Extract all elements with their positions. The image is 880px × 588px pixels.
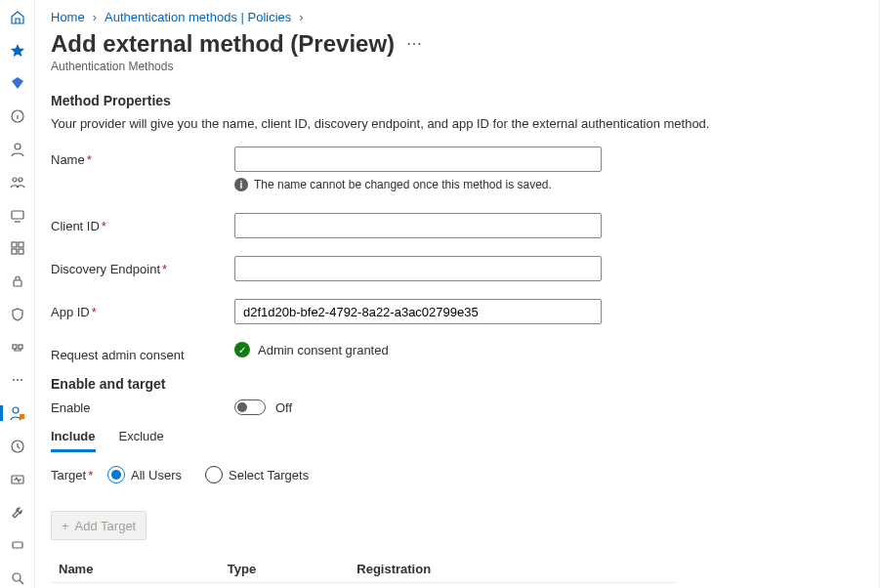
nav-home-icon[interactable]: [0, 8, 35, 27]
svg-point-20: [13, 573, 21, 581]
svg-point-3: [19, 178, 22, 182]
app-id-input[interactable]: [234, 299, 602, 324]
svg-point-13: [17, 379, 19, 381]
targets-table: Name Type Registration All Users Group O…: [51, 556, 676, 588]
more-actions-icon[interactable]: ⋯: [406, 34, 422, 53]
enable-state-text: Off: [275, 400, 292, 415]
cell-name: All Users: [51, 583, 220, 589]
nav-shield-icon[interactable]: [0, 305, 35, 324]
svg-rect-19: [13, 542, 22, 548]
nav-favorites-icon[interactable]: [0, 41, 35, 61]
radio-select-targets[interactable]: Select Targets: [205, 466, 309, 483]
consent-label: Request admin consent: [51, 342, 234, 362]
svg-rect-11: [19, 345, 22, 349]
chevron-right-icon: ›: [299, 10, 303, 24]
breadcrumb-home[interactable]: Home: [51, 10, 85, 24]
consent-status-text: Admin consent granted: [258, 343, 389, 357]
svg-rect-7: [12, 249, 17, 254]
svg-rect-8: [19, 249, 23, 254]
target-label: Target*: [51, 468, 107, 483]
main-content: Home › Authentication methods | Policies…: [35, 0, 879, 588]
svg-point-1: [15, 144, 21, 149]
cell-type: Group: [220, 583, 349, 589]
nav-search-icon[interactable]: [0, 568, 35, 588]
nav-users-icon[interactable]: [0, 173, 35, 192]
svg-rect-5: [12, 242, 17, 247]
nav-apps-icon[interactable]: [0, 238, 35, 258]
app-id-label: App ID*: [51, 299, 234, 319]
nav-user-auth-icon[interactable]: [0, 403, 35, 423]
svg-rect-6: [19, 242, 23, 247]
plus-icon: +: [62, 519, 69, 533]
check-icon: ✓: [234, 342, 250, 357]
table-row: All Users Group Optional ▾: [51, 583, 676, 589]
nav-user-icon[interactable]: [0, 140, 35, 159]
nav-docs-icon[interactable]: [0, 536, 35, 556]
page-subtitle: Authentication Methods: [51, 60, 856, 73]
enable-label: Enable: [51, 400, 234, 415]
svg-point-2: [13, 178, 17, 182]
left-nav-rail: [0, 0, 35, 588]
nav-health-icon[interactable]: [0, 470, 35, 489]
target-tabs: Include Exclude: [51, 425, 856, 452]
radio-all-users[interactable]: All Users: [107, 466, 182, 483]
svg-rect-4: [12, 211, 23, 219]
method-properties-intro: Your provider will give you the name, cl…: [51, 116, 856, 131]
nav-info-icon[interactable]: [0, 106, 35, 126]
enable-target-heading: Enable and target: [51, 376, 856, 392]
th-name: Name: [51, 556, 220, 583]
name-hint-text: The name cannot be changed once this met…: [254, 178, 552, 191]
breadcrumb: Home › Authentication methods | Policies…: [51, 10, 856, 24]
enable-toggle[interactable]: [234, 399, 266, 415]
method-properties-heading: Method Properties: [51, 93, 856, 108]
tab-include[interactable]: Include: [51, 425, 96, 452]
nav-diamond-icon[interactable]: [0, 74, 35, 94]
nav-device-icon[interactable]: [0, 206, 35, 226]
nav-lock-icon[interactable]: [0, 272, 35, 291]
client-id-label: Client ID*: [51, 213, 234, 233]
nav-more-icon[interactable]: [0, 371, 35, 391]
svg-point-12: [13, 379, 15, 381]
name-input[interactable]: [234, 147, 602, 172]
tab-exclude[interactable]: Exclude: [119, 425, 164, 452]
nav-clock-icon[interactable]: [0, 437, 35, 456]
svg-rect-16: [20, 414, 24, 419]
th-type: Type: [220, 556, 349, 583]
svg-rect-10: [13, 345, 17, 349]
page-title: Add external method (Preview): [51, 30, 395, 58]
nav-org-icon[interactable]: [0, 338, 35, 357]
client-id-input[interactable]: [234, 213, 602, 238]
discovery-input[interactable]: [234, 256, 602, 281]
nav-wrench-icon[interactable]: [0, 503, 35, 523]
breadcrumb-policies[interactable]: Authentication methods | Policies: [105, 10, 291, 24]
add-target-button: + Add Target: [51, 511, 147, 540]
svg-point-15: [13, 407, 19, 413]
discovery-label: Discovery Endpoint*: [51, 256, 234, 276]
name-label: Name*: [51, 147, 234, 167]
svg-point-14: [21, 379, 22, 381]
chevron-right-icon: ›: [93, 10, 97, 24]
svg-rect-9: [14, 280, 21, 286]
info-icon: i: [234, 178, 248, 191]
th-registration: Registration: [349, 556, 637, 583]
